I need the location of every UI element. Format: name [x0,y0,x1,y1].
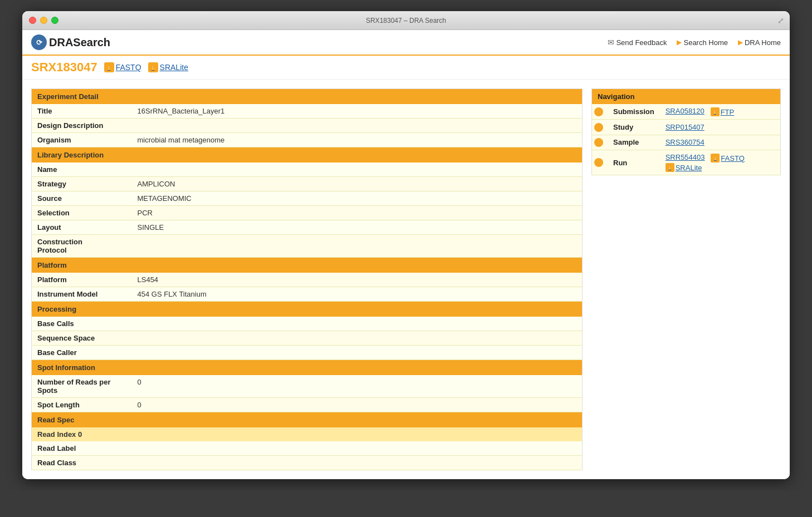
navigation-table: Navigation Submission SRA058120 ↓FTP [591,88,781,175]
submission-id-link[interactable]: SRA058120 [666,107,705,115]
minimize-button[interactable] [40,17,47,24]
nav-panel: Navigation Submission SRA058120 ↓FTP [591,88,781,470]
logo-text: DRASearch [49,36,110,49]
table-row: Source METAGENOMIC [32,191,583,206]
subheader: SRX183047 ↓ FASTQ ↓ SRALite [22,56,790,80]
navigation-header: Navigation [592,89,781,105]
run-id-link[interactable]: SRR554403 [666,153,705,161]
table-row: Read Class [32,456,583,470]
table-row: Layout SINGLE [32,220,583,235]
table-row: Sequence Space [32,331,583,346]
fastq-download-link[interactable]: ↓ FASTQ [104,62,141,72]
content: Experiment Detail Title 16SrRNA_Bacteria… [22,80,790,479]
main-table: Experiment Detail Title 16SrRNA_Bacteria… [31,88,583,470]
processing-header: Processing [32,302,583,317]
logo: ⟳ DRASearch [31,35,110,50]
close-button[interactable] [29,17,36,24]
platform-header: Platform [32,258,583,273]
nav-row-study: Study SRP015407 [592,120,781,135]
table-row: Number of Reads perSpots 0 [32,375,583,398]
sample-id-link[interactable]: SRS360754 [666,138,705,146]
table-row: Instrument Model 454 GS FLX Titanium [32,287,583,302]
sample-icon [594,138,603,147]
study-id-link[interactable]: SRP015407 [666,123,705,131]
run-fastq-link[interactable]: ↓FASTQ [711,154,745,163]
table-row: Organism microbial mat metagenome [32,133,583,147]
header: ⟳ DRASearch ✉ Send Feedback ▶ Search Hom… [22,30,790,56]
table-row: Selection PCR [32,206,583,220]
table-row: Base Caller [32,346,583,360]
table-row: Platform LS454 [32,273,583,287]
nav-row-sample: Sample SRS360754 [592,135,781,150]
nav-row-run: Run SRR554403 ↓FASTQ ↓SRALite [592,150,781,175]
ftp-icon: ↓ [711,107,720,116]
nav-row-submission: Submission SRA058120 ↓FTP [592,104,781,120]
table-row: Design Description [32,119,583,133]
arrow-icon-search: ▶ [677,38,682,46]
run-sralite-icon: ↓ [666,163,674,172]
library-description-header: Library Description [32,147,583,163]
send-feedback-link[interactable]: ✉ Send Feedback [608,38,667,47]
logo-icon: ⟳ [31,35,47,50]
submission-icon [594,107,603,116]
window-title: SRX183047 – DRA Search [366,17,446,24]
table-row: Title 16SrRNA_Bacteria_Layer1 [32,104,583,119]
search-home-link[interactable]: ▶ Search Home [677,38,727,47]
table-row: Base Calls [32,317,583,331]
experiment-detail-header: Experiment Detail [32,89,583,105]
table-row: Strategy AMPLICON [32,177,583,191]
run-fastq-icon: ↓ [711,154,720,163]
spot-information-header: Spot Information [32,360,583,376]
resize-icon: ⤢ [777,16,784,25]
maximize-button[interactable] [51,17,58,24]
table-row: ConstructionProtocol [32,235,583,258]
table-row: Name [32,163,583,177]
read-index-header: Read Index 0 [32,427,583,441]
sralite-download-link[interactable]: ↓ SRALite [148,62,188,72]
arrow-icon-dra: ▶ [738,38,743,46]
run-sralite-link[interactable]: ↓SRALite [666,163,702,172]
sralite-download-icon: ↓ [148,62,158,72]
study-icon [594,123,603,132]
table-row: Read Label [32,441,583,456]
ftp-link[interactable]: ↓FTP [711,107,735,116]
run-icon [594,158,603,167]
table-row: Spot Length 0 [32,398,583,412]
header-nav: ✉ Send Feedback ▶ Search Home ▶ DRA Home [608,38,781,47]
fastq-download-icon: ↓ [104,62,114,72]
experiment-id: SRX183047 [31,60,97,75]
titlebar: SRX183047 – DRA Search ⤢ [22,11,790,30]
window-controls [29,17,58,24]
dra-home-link[interactable]: ▶ DRA Home [738,38,781,47]
read-spec-header: Read Spec [32,412,583,428]
envelope-icon: ✉ [608,38,614,47]
